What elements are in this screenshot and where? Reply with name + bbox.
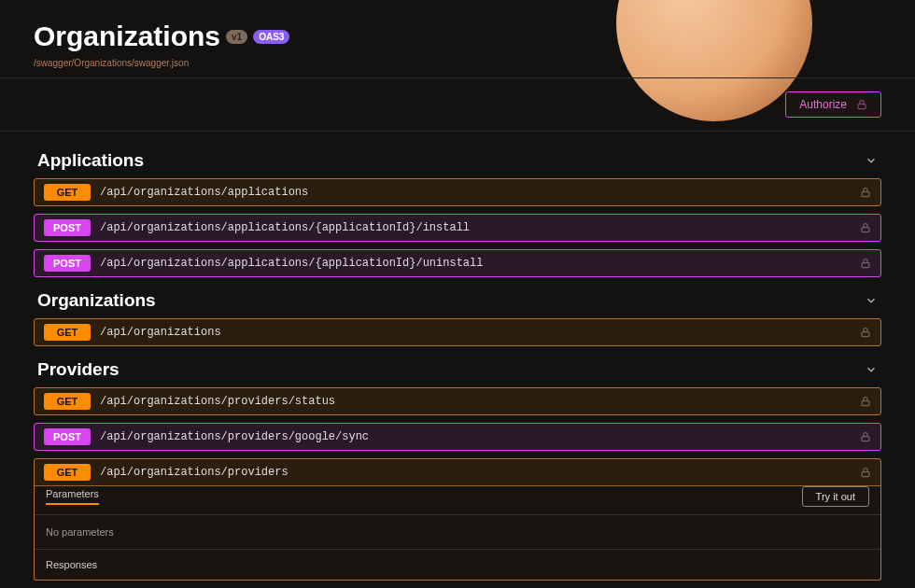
operation-path: /api/organizations/applications/{applica…: [100, 257, 860, 270]
method-badge: GET: [44, 393, 91, 410]
tag-header[interactable]: Providers: [34, 354, 881, 387]
operation-path: /api/organizations: [100, 326, 860, 339]
operation-row[interactable]: POST/api/organizations/providers/google/…: [34, 423, 881, 451]
tag-name: Applications: [37, 150, 144, 171]
method-badge: POST: [44, 428, 91, 445]
responses-heading: Responses: [35, 549, 880, 580]
lock-icon: [860, 431, 871, 442]
operation-path: /api/organizations/providers/status: [100, 395, 860, 408]
operation-path: /api/organizations/applications/{applica…: [100, 221, 860, 234]
tag-header[interactable]: Organizations: [34, 285, 881, 318]
action-bar: Authorize: [0, 77, 915, 131]
operation-path: /api/organizations/providers: [100, 466, 860, 479]
chevron-down-icon: [865, 154, 878, 167]
tag-name: Organizations: [37, 290, 156, 311]
page-title: Organizations: [34, 21, 220, 52]
method-badge: GET: [44, 184, 91, 201]
lock-icon: [860, 222, 871, 233]
operation-path: /api/organizations/providers/google/sync: [100, 430, 860, 443]
version-badge: v1: [226, 30, 247, 44]
svg-rect-6: [862, 437, 869, 441]
method-badge: POST: [44, 219, 91, 236]
method-badge: GET: [44, 324, 91, 341]
lock-icon: [860, 396, 871, 407]
chevron-down-icon: [865, 294, 878, 307]
lock-icon: [860, 258, 871, 269]
parameters-tab: Parameters: [46, 488, 99, 505]
operation-path: /api/organizations/applications: [100, 186, 860, 199]
no-parameters-text: No parameters: [35, 514, 880, 549]
operation-row[interactable]: GET/api/organizations/applications: [34, 178, 881, 206]
lock-icon: [860, 467, 871, 478]
lock-icon: [860, 187, 871, 198]
lock-icon: [860, 327, 871, 338]
svg-rect-3: [862, 263, 869, 268]
svg-rect-5: [862, 401, 869, 406]
lock-icon: [856, 99, 867, 110]
operation-row[interactable]: POST/api/organizations/applications/{app…: [34, 249, 881, 277]
svg-rect-4: [862, 332, 869, 337]
svg-rect-7: [862, 472, 869, 477]
operation-expanded-panel: ParametersTry it outNo parametersRespons…: [34, 479, 881, 581]
try-it-out-button[interactable]: Try it out: [802, 486, 869, 507]
tag-header[interactable]: Applications: [34, 145, 881, 178]
svg-rect-1: [862, 192, 869, 197]
operation-row[interactable]: GET/api/organizations/providers/status: [34, 387, 881, 415]
oas-badge: OAS3: [253, 30, 289, 44]
method-badge: GET: [44, 464, 91, 481]
chevron-down-icon: [865, 363, 878, 376]
header: Organizations v1 OAS3 /swagger/Organizat…: [0, 0, 915, 77]
authorize-label: Authorize: [799, 98, 847, 111]
operation-row[interactable]: GET/api/organizations: [34, 318, 881, 346]
svg-rect-0: [858, 105, 866, 109]
spec-link[interactable]: /swagger/Organizations/swagger.json: [34, 58, 881, 68]
operation-row[interactable]: POST/api/organizations/applications/{app…: [34, 214, 881, 242]
tag-name: Providers: [37, 359, 120, 380]
authorize-button[interactable]: Authorize: [785, 91, 881, 118]
svg-rect-2: [862, 228, 869, 232]
operations-area: ApplicationsGET/api/organizations/applic…: [0, 131, 915, 588]
method-badge: POST: [44, 255, 91, 272]
